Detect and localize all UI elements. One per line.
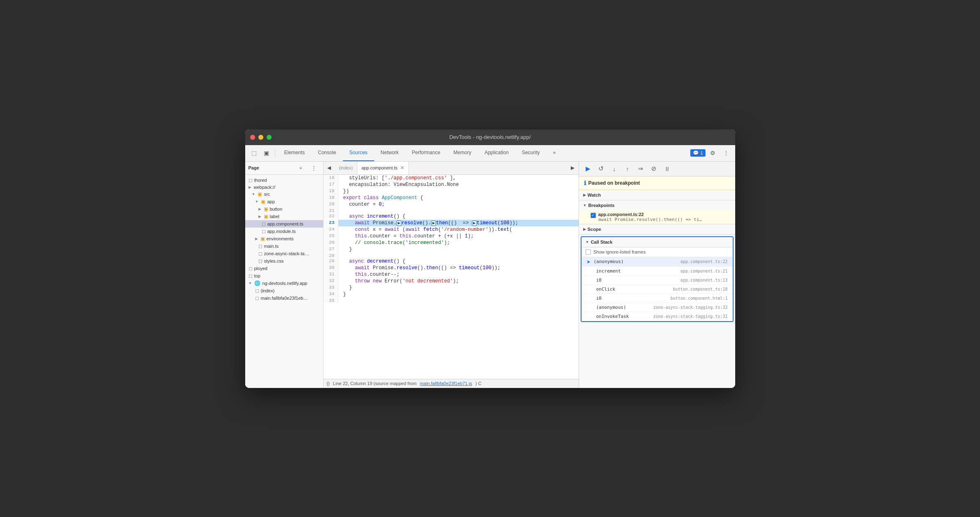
tree-item-button[interactable]: ▶ ▣ button <box>245 205 323 213</box>
status-text2: ) C <box>475 381 481 386</box>
call-stack-items: ➤ (anonymous) app.component.ts:22 increm… <box>581 257 733 321</box>
tab-network[interactable]: Network <box>374 145 406 161</box>
tab-security[interactable]: Security <box>515 145 546 161</box>
step-out-button[interactable]: ↑ <box>622 163 633 174</box>
step-over-button[interactable]: ↺ <box>596 163 607 174</box>
settings-icon[interactable]: ⚙ <box>707 147 719 159</box>
deactivate-breakpoints-button[interactable]: ⊘ <box>648 163 660 174</box>
tree-item-app-module-ts[interactable]: ◻ app.module.ts <box>245 228 323 235</box>
watch-header[interactable]: ▶ Watch <box>579 190 735 200</box>
tree-item-top[interactable]: ◻ top <box>245 272 323 280</box>
code-tab-index[interactable]: (index) <box>335 162 358 174</box>
pretty-print-icon[interactable]: {} <box>327 378 330 388</box>
folder-icon: ▣ <box>260 236 265 242</box>
code-line-17: 17 encapsulation: ViewEncapsulation.None <box>324 181 579 188</box>
step-button[interactable]: ⇒ <box>635 163 647 174</box>
ts-file-icon: ◻ <box>262 221 266 227</box>
close-button[interactable] <box>250 135 255 140</box>
sidebar-label: Page <box>249 165 293 170</box>
code-line-21: 21 <box>324 208 579 213</box>
pause-exceptions-button[interactable]: ⏸ <box>661 163 673 174</box>
code-line-18: 18 }) <box>324 188 579 195</box>
tab-memory[interactable]: Memory <box>447 145 478 161</box>
code-tab-app-component[interactable]: app.component.ts ✕ <box>357 162 408 174</box>
call-stack-label: Call Stack <box>591 240 612 244</box>
code-line-35: 35 <box>324 298 579 303</box>
domain-icon: ◻ <box>249 266 253 271</box>
code-line-34: 34 } <box>324 291 579 298</box>
tree-item-styles-css[interactable]: ◻ styles.css <box>245 257 323 265</box>
call-stack-frame-6[interactable]: onInvokeTask zone-async-stack-tagging.ts… <box>581 312 733 321</box>
code-line-23: 23 await Promise.▶resolve().▶then(() => … <box>324 220 579 226</box>
code-line-20: 20 counter = 0; <box>324 201 579 208</box>
folder-icon: ▣ <box>261 199 265 204</box>
code-tabs-bar: ◀ (index) app.component.ts ✕ ▶ <box>324 162 579 175</box>
tab-prev-button[interactable]: ◀ <box>324 162 335 174</box>
tab-next-button[interactable]: ▶ <box>567 162 579 174</box>
code-line-33: 33 } <box>324 284 579 291</box>
tree-item-label[interactable]: ▶ ▣ label <box>245 213 323 220</box>
cursor-icon[interactable]: ⬚ <box>249 147 260 159</box>
breakpoint-checkbox[interactable] <box>591 213 596 218</box>
breakpoint-code: await Promise.resolve().then(() => ti… <box>598 217 702 222</box>
call-stack-header[interactable]: ▼ Call Stack <box>581 237 733 247</box>
ts-file-icon: ◻ <box>258 243 263 249</box>
device-icon[interactable]: ▣ <box>261 147 272 159</box>
tab-performance[interactable]: Performance <box>406 145 447 161</box>
domain-icon: ◻ <box>249 177 253 183</box>
step-into-button[interactable]: ↓ <box>609 163 620 174</box>
source-map-link[interactable]: main.fa8bfa0e23f1eb71.js <box>420 381 472 386</box>
tree-item-ng-devtools[interactable]: ▼ 🌐 ng-devtools.netlify.app <box>245 280 323 287</box>
console-badge[interactable]: 💬 1 <box>690 149 705 157</box>
tree-item-app-component-ts[interactable]: ◻ app.component.ts <box>245 220 323 228</box>
tree-item-main-ts[interactable]: ◻ main.ts <box>245 242 323 250</box>
breakpoints-label: Breakpoints <box>588 203 614 208</box>
call-stack-frame-0[interactable]: ➤ (anonymous) app.component.ts:22 <box>581 257 733 267</box>
breakpoints-header[interactable]: ▼ Breakpoints <box>579 200 735 210</box>
call-stack-frame-3[interactable]: onClick button.component.ts:18 <box>581 285 733 294</box>
tab-sources[interactable]: Sources <box>343 145 374 161</box>
call-stack-frame-4[interactable]: i0 button.component.html:1 <box>581 294 733 303</box>
ignore-frames-checkbox[interactable] <box>586 249 591 255</box>
scope-header[interactable]: ▶ Scope <box>579 224 735 234</box>
close-tab-icon[interactable]: ✕ <box>400 165 404 171</box>
tree-item-webpack[interactable]: ▶ webpack:// <box>245 184 323 190</box>
call-stack-frame-5[interactable]: (anonymous) zone-async-stack-tagging.ts:… <box>581 303 733 312</box>
code-line-27: 27 } <box>324 246 579 253</box>
toolbar-right-actions: 💬 1 ⚙ ⋮ <box>690 147 731 159</box>
tree-item-app[interactable]: ▼ ▣ app <box>245 198 323 205</box>
minimize-button[interactable] <box>258 135 263 140</box>
breakpoints-section: ▼ Breakpoints app.component.ts:22 await … <box>579 200 735 224</box>
info-icon: ℹ <box>584 180 586 186</box>
window-title: DevTools - ng-devtools.netlify.app/ <box>449 134 531 140</box>
tree-item-environments[interactable]: ▶ ▣ environments <box>245 235 323 242</box>
tree-item-index[interactable]: ◻ (index) <box>245 287 323 294</box>
tab-console[interactable]: Console <box>312 145 343 161</box>
tree-item-ployed[interactable]: ◻ ployed <box>245 265 323 272</box>
collapse-arrow: ▶ <box>258 214 261 219</box>
maximize-button[interactable] <box>267 135 272 140</box>
breakpoint-item: app.component.ts:22 await Promise.resolv… <box>579 210 735 224</box>
tree-item-zone-async[interactable]: ◻ zone-async-stack-ta… <box>245 250 323 257</box>
call-stack-frame-1[interactable]: increment app.component.ts:21 <box>581 267 733 276</box>
globe-icon: 🌐 <box>254 280 260 286</box>
code-line-25: 25 this.counter = this.counter + (+x || … <box>324 233 579 240</box>
tab-application[interactable]: Application <box>478 145 516 161</box>
tab-elements[interactable]: Elements <box>278 145 312 161</box>
call-stack-frame-2[interactable]: i0 app.component.ts:13 <box>581 276 733 285</box>
sidebar-menu-icon[interactable]: ⋮ <box>308 162 320 174</box>
code-line-26: 26 // console.trace('incremented'); <box>324 240 579 246</box>
breakpoint-file: app.component.ts:22 <box>598 212 702 217</box>
sidebar-more-icon[interactable]: » <box>295 162 307 174</box>
code-editor-area[interactable]: 16 styleUrls: ['./app.component.css' ], … <box>324 175 579 379</box>
expand-arrow: ▼ <box>249 281 252 285</box>
call-stack-panel: ▼ Call Stack Show ignore-listed frames ➤… <box>581 236 734 322</box>
code-line-16: 16 styleUrls: ['./app.component.css' ], <box>324 175 579 181</box>
tree-item-main-fa8bfa[interactable]: ◻ main.fa8bfa0e23f1eb… <box>245 294 323 302</box>
more-options-icon[interactable]: ⋮ <box>720 147 732 159</box>
breakpoint-info: app.component.ts:22 await Promise.resolv… <box>598 212 702 222</box>
tree-item-thored[interactable]: ◻ thored <box>245 176 323 184</box>
more-tabs-button[interactable]: » <box>546 145 563 161</box>
tree-item-src[interactable]: ▼ ▣ src <box>245 190 323 198</box>
resume-button[interactable]: ▶ <box>582 163 594 174</box>
